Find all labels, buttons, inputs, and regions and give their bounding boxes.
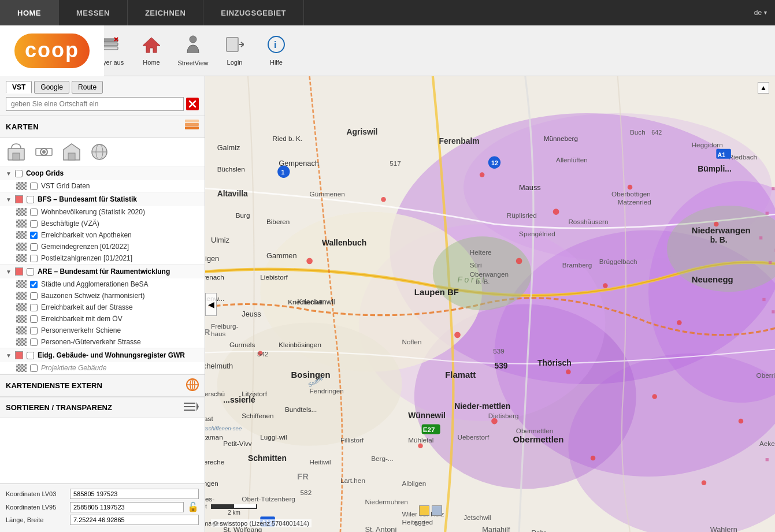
staedte-checkbox[interactable] — [30, 281, 38, 288]
personen-str-checkbox[interactable] — [30, 338, 38, 346]
gwr-checkbox[interactable] — [27, 352, 34, 359]
are-header[interactable]: ▼ ARE – Bundesamt für Raumentwicklung — [0, 265, 205, 278]
nav-tab-messen[interactable]: MESSEN — [59, 0, 128, 25]
coop-grids-header[interactable]: ▼ Coop Grids — [0, 166, 205, 180]
search-tab-google[interactable]: Google — [34, 81, 69, 94]
nav-tab-einzugsgebiet[interactable]: EINZUGSGEBIET — [203, 0, 304, 25]
erreich-oev-checkbox[interactable] — [30, 315, 38, 323]
proj-geb-checkbox[interactable] — [30, 364, 38, 372]
coord-row-ll: Länge, Breite — [6, 515, 199, 525]
layer-item-gemeinde: Gemeindegrenzen [01/2022] — [0, 241, 205, 252]
toolbar-streetview[interactable]: StreetView — [172, 28, 214, 74]
lv03-value[interactable] — [70, 489, 199, 499]
map-arrow-left[interactable]: ◀ — [205, 293, 217, 316]
svg-text:Ried b. K.: Ried b. K. — [273, 135, 302, 142]
personen-schiene-icon — [16, 326, 27, 334]
ll-value[interactable] — [70, 515, 199, 525]
staedte-label: Städte und Agglomerationen BeSA — [41, 280, 148, 288]
svg-text:Ulmiz: Ulmiz — [211, 236, 229, 244]
svg-rect-66 — [772, 187, 774, 190]
svg-text:542: 542 — [257, 350, 269, 358]
svg-text:Liebistorf: Liebistorf — [260, 273, 288, 281]
svg-text:Laupen BF: Laupen BF — [414, 287, 459, 297]
gwr-triangle: ▼ — [6, 352, 12, 359]
sortier-label: SORTIEREN / TRANSPARENZ — [6, 403, 112, 412]
home-icon — [142, 35, 161, 57]
toolbar-layer-aus[interactable]: Layer aus — [89, 28, 131, 74]
svg-text:Lart.hen: Lart.hen — [340, 477, 365, 484]
layer-shop-icon-btn[interactable] — [6, 142, 27, 162]
beschaef-checkbox[interactable] — [30, 220, 38, 228]
hilfe-icon: i — [267, 35, 285, 57]
lang-select[interactable]: de ▼ — [747, 0, 775, 25]
bfs-header[interactable]: ▼ BFS – Bundesamt für Statistik — [0, 192, 205, 206]
search-clear-button[interactable] — [186, 98, 199, 110]
svg-text:Petit-Vivv: Petit-Vivv — [223, 440, 251, 447]
search-tab-route[interactable]: Route — [72, 81, 103, 94]
svg-text:b. B.: b. B. — [476, 278, 490, 285]
toolbar-hintergrund[interactable]: Hintergrund — [47, 28, 89, 74]
svg-point-56 — [454, 332, 461, 338]
erreich-oev-label: Erreichbarkeit mit dem ÖV — [41, 315, 123, 323]
vst-grid-checkbox[interactable] — [30, 183, 38, 190]
svg-point-55 — [677, 320, 682, 325]
legend-yellow — [419, 505, 429, 516]
search-tabs: VST Google Route — [6, 81, 199, 94]
svg-text:517: 517 — [390, 159, 401, 167]
x-icon — [188, 100, 196, 108]
search-input[interactable] — [6, 97, 184, 111]
erreich-str-checkbox[interactable] — [30, 304, 38, 311]
nav-tab-home[interactable]: HOME — [0, 0, 59, 25]
toolbar-hilfe[interactable]: i Hilfe — [255, 28, 297, 74]
svg-text:Galmiz: Galmiz — [217, 143, 240, 152]
svg-text:Bosingen: Bosingen — [291, 370, 331, 380]
map-collapse-arrow[interactable]: ▲ — [758, 82, 769, 94]
svg-text:Schmitten: Schmitten — [248, 453, 287, 463]
toolbar: PDF PDF Hintergrund Layer aus Home Stree… — [0, 25, 775, 76]
gemeinde-checkbox[interactable] — [30, 243, 38, 251]
bfs-checkbox[interactable] — [27, 196, 34, 203]
lock-icon[interactable]: 🔓 — [187, 501, 199, 512]
streetview-icon — [185, 35, 201, 57]
search-tab-vst[interactable]: VST — [6, 81, 32, 94]
postleit-label: Postleitzahlgrenzen [01/2021] — [41, 254, 132, 262]
svg-text:Courtaman: Courtaman — [205, 433, 223, 441]
postleit-checkbox[interactable] — [30, 255, 38, 262]
svg-rect-68 — [766, 212, 769, 215]
layer-config-icon-btn[interactable] — [34, 142, 54, 162]
svg-rect-14 — [185, 127, 199, 129]
hilfe-label: Hilfe — [270, 59, 283, 66]
layer-item-apotheken: Erreichbarkeit von Apotheken — [0, 229, 205, 241]
toolbar-pdf[interactable]: PDF PDF — [6, 28, 47, 74]
are-checkbox[interactable] — [27, 268, 34, 276]
svg-text:i: i — [274, 40, 276, 50]
bauzonen-label: Bauzonen Schweiz (harmonisiert) — [41, 292, 144, 300]
svg-text:Schiffenen-see: Schiffenen-see — [205, 425, 242, 431]
personen-schiene-label: Personenverkehr Schiene — [41, 326, 121, 334]
svg-text:Gümmenen: Gümmenen — [310, 190, 345, 198]
svg-text:Buch: Buch — [630, 128, 646, 136]
svg-text:Bundtels...: Bundtels... — [285, 405, 317, 413]
layer-warehouse-icon-btn[interactable] — [61, 142, 82, 162]
coop-grids-checkbox[interactable] — [15, 170, 23, 177]
svg-text:Spengélried: Spengélried — [519, 230, 555, 237]
lv95-value[interactable] — [70, 502, 184, 512]
apotheken-checkbox[interactable] — [30, 232, 38, 239]
map-area[interactable]: F o r s t — [205, 76, 775, 532]
wohnbev-checkbox[interactable] — [30, 209, 38, 216]
personen-schiene-checkbox[interactable] — [30, 327, 38, 334]
svg-text:Heggidorn: Heggidorn — [692, 141, 723, 148]
beschaef-icon — [16, 220, 27, 228]
toolbar-login[interactable]: Login — [214, 28, 255, 74]
nav-tab-zeichnen[interactable]: ZEICHNEN — [128, 0, 203, 25]
bauzonen-checkbox[interactable] — [30, 292, 38, 300]
svg-text:Schiffenen: Schiffenen — [242, 412, 273, 419]
svg-rect-18 — [13, 153, 20, 160]
svg-rect-23 — [68, 153, 75, 160]
svg-point-49 — [480, 172, 485, 177]
svg-text:691: 691 — [414, 519, 426, 527]
toolbar-home[interactable]: Home — [131, 28, 172, 74]
vst-grid-layer-icon — [16, 182, 27, 190]
gwr-header[interactable]: ▼ Eidg. Gebäude- und Wohnungsregister GW… — [0, 348, 205, 362]
layer-globe-icon-btn[interactable] — [89, 142, 110, 162]
